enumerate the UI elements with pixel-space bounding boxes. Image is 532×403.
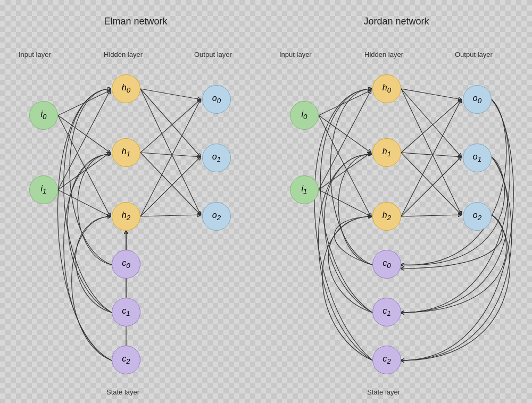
svg-line-11 bbox=[140, 153, 201, 215]
svg-line-21 bbox=[319, 115, 371, 216]
jordan-node-h2: h2 bbox=[372, 202, 401, 231]
jordan-node-c1: c1 bbox=[372, 298, 401, 326]
svg-line-33 bbox=[401, 215, 461, 216]
elman-node-o1: o1 bbox=[202, 144, 231, 172]
svg-line-24 bbox=[319, 190, 371, 216]
jordan-node-c0: c0 bbox=[372, 250, 401, 279]
elman-node-o2: o2 bbox=[202, 202, 231, 231]
elman-node-c0: c0 bbox=[112, 250, 140, 279]
svg-line-22 bbox=[319, 90, 371, 190]
jordan-node-o2: o2 bbox=[463, 202, 492, 231]
jordan-node-h1: h1 bbox=[372, 138, 401, 167]
elman-network: Elman network Input layer Hidden layer O… bbox=[13, 16, 258, 388]
elman-state-label: State layer bbox=[106, 388, 139, 396]
elman-node-c2: c2 bbox=[112, 346, 140, 374]
svg-line-13 bbox=[140, 157, 201, 216]
svg-line-25 bbox=[401, 89, 461, 99]
svg-line-4 bbox=[58, 153, 110, 190]
svg-line-19 bbox=[319, 90, 371, 115]
elman-node-i1: i1 bbox=[29, 175, 58, 204]
svg-line-31 bbox=[401, 99, 461, 216]
svg-line-3 bbox=[58, 90, 110, 190]
svg-line-10 bbox=[140, 153, 201, 157]
svg-line-26 bbox=[401, 89, 461, 157]
svg-line-23 bbox=[319, 153, 371, 190]
elman-node-c1: c1 bbox=[112, 298, 140, 326]
jordan-node-i1: i1 bbox=[290, 175, 319, 204]
svg-line-1 bbox=[58, 115, 110, 153]
elman-node-h2: h2 bbox=[112, 202, 140, 231]
jordan-network: Jordan network Input layer Hidden layer … bbox=[274, 16, 519, 388]
jordan-node-i0: i0 bbox=[290, 101, 319, 130]
elman-node-h1: h1 bbox=[112, 138, 140, 167]
svg-line-12 bbox=[140, 99, 201, 216]
svg-line-29 bbox=[401, 153, 461, 157]
svg-line-14 bbox=[140, 215, 201, 216]
jordan-node-h0: h0 bbox=[372, 74, 401, 103]
jordan-node-o0: o0 bbox=[463, 85, 492, 114]
svg-line-6 bbox=[140, 89, 201, 99]
svg-line-5 bbox=[58, 190, 110, 216]
svg-line-7 bbox=[140, 89, 201, 157]
svg-line-2 bbox=[58, 115, 110, 216]
elman-node-h0: h0 bbox=[112, 74, 140, 103]
svg-line-32 bbox=[401, 157, 461, 216]
jordan-state-label: State layer bbox=[367, 388, 400, 396]
main-container: Elman network Input layer Hidden layer O… bbox=[0, 0, 532, 403]
elman-node-i0: i0 bbox=[29, 101, 58, 130]
jordan-node-o1: o1 bbox=[463, 144, 492, 172]
elman-node-o0: o0 bbox=[202, 85, 231, 114]
jordan-node-c2: c2 bbox=[372, 346, 401, 374]
svg-line-30 bbox=[401, 153, 461, 215]
